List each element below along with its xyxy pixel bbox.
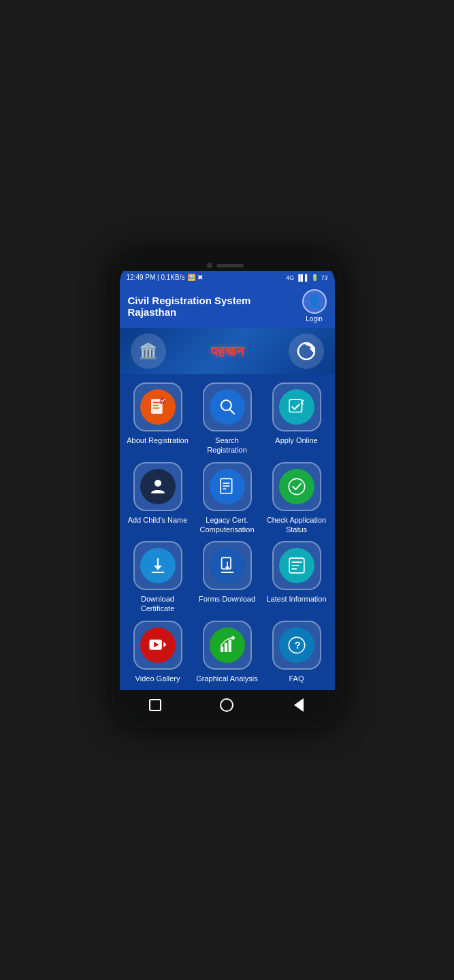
app-banner: 🏛️ पहचान: [120, 328, 335, 374]
menu-grid: About RegistrationSearch RegistrationApp…: [120, 374, 335, 690]
nav-recent-button[interactable]: [146, 696, 165, 715]
menu-icon-wrap-download-certificate: [133, 541, 182, 590]
status-right: 4G ▐▌▌ 🔋 73: [286, 274, 327, 281]
nav-home-icon: [220, 698, 233, 712]
status-icons: 🖼️ ✖: [187, 274, 203, 281]
menu-item-about-registration[interactable]: About Registration: [127, 382, 189, 455]
login-label: Login: [306, 315, 322, 323]
menu-item-add-childs-name[interactable]: Add Child's Name: [127, 462, 189, 535]
svg-rect-25: [221, 646, 223, 651]
menu-icon-circle-add-childs-name: [140, 469, 176, 504]
nav-recent-icon: [149, 699, 161, 711]
signal-icon: ▐▌▌: [296, 274, 309, 281]
menu-item-apply-online[interactable]: Apply Online: [265, 382, 328, 455]
menu-item-forms-download[interactable]: Forms Download: [196, 541, 259, 614]
status-left: 12:49 PM | 0.1KB/s 🖼️ ✖: [127, 274, 204, 281]
menu-item-download-certificate[interactable]: Download Certificate: [127, 541, 189, 614]
login-icon: 👤: [302, 289, 327, 314]
battery-level: 73: [321, 274, 327, 281]
menu-icon-wrap-video-gallery: [133, 621, 182, 670]
menu-label-latest-information: Latest Information: [266, 594, 326, 604]
menu-item-check-application[interactable]: Check Application Status: [265, 462, 328, 535]
svg-rect-26: [224, 642, 227, 651]
svg-point-9: [155, 480, 161, 487]
svg-rect-3: [152, 405, 158, 406]
menu-icon-wrap-search-registration: [203, 382, 252, 431]
menu-icon-circle-forms-download: [210, 548, 245, 583]
menu-icon-wrap-graphical-analysis: [203, 621, 252, 670]
menu-icon-circle-about-registration: [140, 389, 176, 425]
banner-logo-icon: [289, 333, 324, 369]
app-header: Civil Registration System Rajasthan 👤 Lo…: [120, 284, 335, 328]
menu-label-video-gallery: Video Gallery: [135, 674, 180, 683]
main-content: About RegistrationSearch RegistrationApp…: [120, 374, 335, 690]
menu-icon-wrap-forms-download: [203, 541, 252, 590]
menu-label-graphical-analysis: Graphical Analysis: [196, 674, 258, 683]
menu-label-legacy-cert: Legacy Cert. Computerisation: [196, 515, 259, 535]
menu-icon-wrap-about-registration: [133, 382, 182, 431]
svg-rect-27: [228, 639, 231, 651]
menu-icon-circle-video-gallery: [140, 627, 176, 663]
menu-icon-wrap-latest-information: [272, 541, 321, 590]
svg-rect-5: [160, 398, 165, 404]
banner-title: पहचान: [166, 344, 289, 359]
menu-icon-wrap-add-childs-name: [133, 462, 182, 511]
menu-item-graphical-analysis[interactable]: Graphical Analysis: [196, 621, 259, 683]
menu-item-legacy-cert[interactable]: Legacy Cert. Computerisation: [196, 462, 259, 535]
menu-label-faq: FAQ: [289, 674, 304, 683]
menu-item-video-gallery[interactable]: Video Gallery: [127, 621, 189, 683]
menu-label-add-childs-name: Add Child's Name: [128, 515, 188, 525]
menu-item-faq[interactable]: ?FAQ: [265, 621, 328, 683]
nav-back-icon: [294, 698, 304, 712]
svg-rect-8: [289, 399, 302, 412]
svg-rect-4: [152, 408, 159, 409]
nav-home-button[interactable]: [217, 696, 236, 715]
navigation-bar: [120, 690, 335, 720]
menu-icon-wrap-apply-online: [272, 382, 321, 431]
status-time: 12:49 PM | 0.1KB/s: [127, 274, 185, 281]
menu-icon-circle-apply-online: [279, 389, 314, 425]
svg-marker-23: [163, 642, 166, 647]
status-bar: 12:49 PM | 0.1KB/s 🖼️ ✖ 4G ▐▌▌ 🔋 73: [120, 271, 335, 284]
svg-line-7: [229, 409, 234, 414]
menu-item-latest-information[interactable]: Latest Information: [265, 541, 328, 614]
svg-point-0: [298, 343, 314, 359]
menu-label-apply-online: Apply Online: [275, 436, 317, 445]
menu-icon-circle-download-certificate: [140, 548, 176, 583]
camera-dot: [207, 263, 212, 268]
speaker-slot: [216, 264, 244, 267]
svg-point-14: [289, 478, 304, 494]
app-title: Civil Registration System Rajasthan: [128, 295, 302, 318]
menu-icon-wrap-legacy-cert: [203, 462, 252, 511]
menu-label-search-registration: Search Registration: [196, 436, 259, 455]
battery-icon: 🔋: [311, 274, 319, 281]
menu-icon-circle-latest-information: [279, 548, 314, 583]
menu-icon-circle-search-registration: [210, 389, 245, 425]
menu-label-forms-download: Forms Download: [199, 594, 255, 604]
login-button[interactable]: 👤 Login: [302, 289, 327, 323]
status-network: 4G: [286, 274, 294, 281]
menu-icon-circle-check-application: [279, 469, 314, 504]
menu-icon-circle-faq: ?: [279, 627, 314, 663]
svg-rect-2: [152, 402, 161, 404]
menu-item-search-registration[interactable]: Search Registration: [196, 382, 259, 455]
nav-back-button[interactable]: [289, 696, 308, 715]
phone-frame: 12:49 PM | 0.1KB/s 🖼️ ✖ 4G ▐▌▌ 🔋 73 Civi…: [112, 252, 343, 728]
svg-point-28: [231, 636, 234, 639]
menu-icon-wrap-check-application: [272, 462, 321, 511]
menu-label-about-registration: About Registration: [127, 436, 189, 445]
menu-icon-circle-graphical-analysis: [210, 627, 245, 663]
phone-screen: 12:49 PM | 0.1KB/s 🖼️ ✖ 4G ▐▌▌ 🔋 73 Civi…: [120, 260, 335, 720]
menu-label-download-certificate: Download Certificate: [127, 594, 189, 614]
menu-label-check-application: Check Application Status: [265, 515, 328, 535]
emblem-icon: 🏛️: [131, 333, 166, 369]
camera-area: [120, 260, 335, 271]
menu-icon-wrap-faq: ?: [272, 621, 321, 670]
menu-icon-circle-legacy-cert: [210, 469, 245, 504]
svg-text:?: ?: [294, 639, 300, 651]
